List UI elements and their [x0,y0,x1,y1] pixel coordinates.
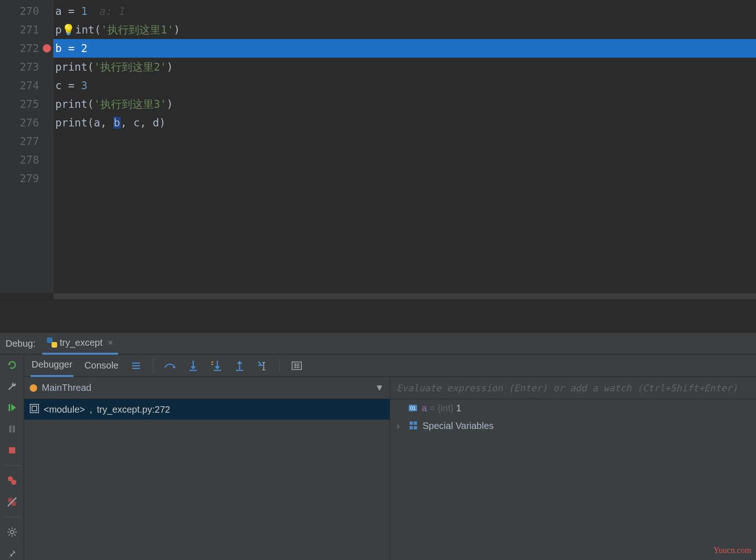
line-number[interactable]: 272 [0,39,53,58]
svg-line-16 [8,534,10,536]
expand-arrow-icon[interactable]: › [397,421,405,431]
stop-icon[interactable] [6,444,19,457]
thread-status-icon [30,384,37,392]
evaluate-expression-icon[interactable] [290,359,303,372]
spacer [0,299,756,332]
debug-panel-body: Debugger Console [0,355,756,560]
code-line[interactable]: print(a, b, c, d) [53,113,756,132]
thread-dump-icon[interactable] [130,359,143,372]
line-number[interactable]: 271 [0,20,53,39]
thread-selector[interactable]: MainThread ▼ [24,377,390,399]
code-line[interactable]: print('执行到这里3') [53,95,756,113]
line-number[interactable]: 279 [0,169,53,188]
group-icon [410,422,418,430]
step-into-icon[interactable] [187,359,200,372]
code-line[interactable]: print('执行到这里2') [53,58,756,76]
debug-config-name: try_except [60,337,103,348]
svg-rect-39 [32,406,37,411]
separator [4,465,20,466]
line-number[interactable]: 273 [0,58,53,76]
watch-placeholder: Evaluate expression (Enter) or add a wat… [397,382,738,394]
code-line[interactable]: p💡int('执行到这里1') [53,20,756,39]
editor-horizontal-scrollbar[interactable] [53,293,756,299]
svg-rect-3 [9,447,15,454]
settings-icon[interactable] [6,526,19,539]
svg-line-17 [14,529,15,530]
step-over-icon[interactable] [163,359,176,372]
thread-name: MainThread [42,382,91,393]
wrench-icon[interactable] [6,380,19,393]
line-number[interactable]: 278 [0,151,53,169]
separator [4,517,20,517]
breakpoint-icon[interactable] [43,44,51,53]
debug-label: Debug: [6,338,36,349]
tab-console[interactable]: Console [84,358,119,373]
close-icon[interactable]: ✕ [107,338,113,347]
variable-row[interactable]: 01 a = {int} 1 [390,399,756,417]
chevron-down-icon[interactable]: ▼ [375,382,384,393]
svg-line-14 [8,529,10,530]
code-content[interactable]: a = 1a: 1 p💡int('执行到这里1') b = 2 print('执… [53,0,756,293]
line-number[interactable]: 275 [0,95,53,113]
frame-icon [30,404,39,415]
python-icon [47,337,57,348]
svg-point-9 [10,530,13,534]
frames-pane: MainThread ▼ <module>, try_except.py:272 [24,377,390,560]
variables-pane: Evaluate expression (Enter) or add a wat… [390,377,756,560]
gutter[interactable]: 270 271 272 273 274 275 276 277 278 279 [0,0,53,293]
mute-breakpoints-icon[interactable] [6,495,19,508]
step-into-my-code-icon[interactable] [210,359,223,372]
watermark: Yuucn.com [714,546,751,555]
svg-rect-0 [8,404,10,411]
run-to-cursor-icon[interactable] [256,359,269,372]
editor-area: 270 271 272 273 274 275 276 277 278 279 … [0,0,756,293]
special-variables-label: Special Variables [423,421,494,431]
special-variables-row[interactable]: › Special Variables [390,417,756,435]
svg-rect-2 [13,426,15,433]
watch-input[interactable]: Evaluate expression (Enter) or add a wat… [390,377,756,399]
separator [280,359,280,373]
stack-frame[interactable]: <module>, try_except.py:272 [24,399,390,420]
frame-name: <module> [44,404,85,415]
bulb-icon[interactable]: 💡 [62,24,75,36]
line-number[interactable]: 276 [0,113,53,132]
frame-location: try_except.py:272 [97,404,170,415]
debug-panel-header: Debug: try_except ✕ [0,332,756,355]
line-number[interactable]: 277 [0,132,53,151]
debug-sidebar [0,355,24,560]
debug-toolbar: Debugger Console [24,355,756,377]
svg-point-5 [11,480,16,485]
value-type-icon: 01 [409,405,417,411]
pin-icon[interactable] [6,547,19,560]
rerun-icon[interactable] [6,358,19,371]
svg-rect-38 [30,404,39,413]
line-number[interactable]: 270 [0,2,53,20]
current-execution-line[interactable]: b = 2 [53,39,756,58]
resume-icon[interactable] [6,401,19,414]
tab-debugger[interactable]: Debugger [31,355,73,377]
pause-icon[interactable] [6,422,19,435]
debug-config-tab[interactable]: try_except ✕ [42,332,118,355]
code-line[interactable]: a = 1a: 1 [53,2,756,20]
code-line[interactable]: c = 3 [53,76,756,95]
view-breakpoints-icon[interactable] [6,474,19,487]
svg-rect-1 [9,426,12,433]
separator [153,359,153,373]
debug-panes: MainThread ▼ <module>, try_except.py:272… [24,377,756,560]
debug-main: Debugger Console [24,355,756,560]
svg-line-15 [14,534,15,536]
inline-hint: a: 1 [98,5,124,17]
step-out-icon[interactable] [233,359,246,372]
line-number[interactable]: 274 [0,76,53,95]
